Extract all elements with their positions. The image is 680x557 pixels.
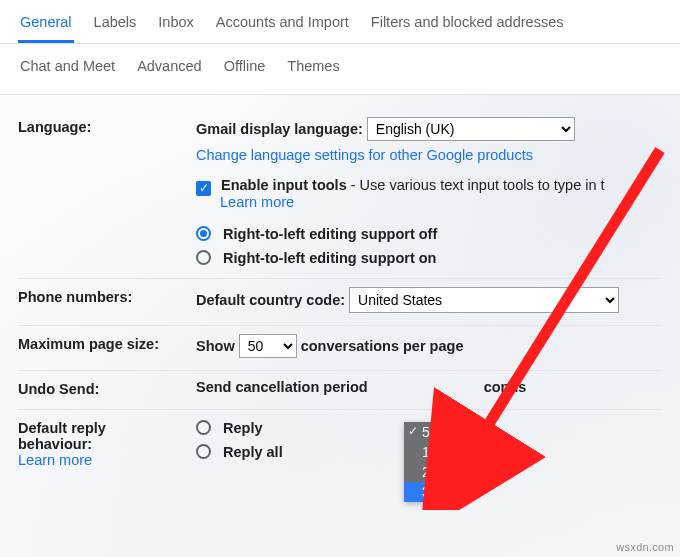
tab-offline[interactable]: Offline: [222, 52, 268, 84]
label-default-reply: Default reply behaviour: Learn more: [18, 418, 196, 468]
label-undo-send: Undo Send:: [18, 379, 196, 397]
tab-themes[interactable]: Themes: [285, 52, 341, 84]
tab-advanced[interactable]: Advanced: [135, 52, 204, 84]
input-tools-learn-more-link[interactable]: Learn more: [220, 194, 662, 210]
label-max-page-size: Maximum page size:: [18, 334, 196, 352]
cancellation-period-text-b: conds: [484, 379, 527, 395]
row-max-page-size: Maximum page size: Show 50 conversations…: [18, 326, 662, 371]
settings-tabs-row-2: Chat and Meet Advanced Offline Themes: [0, 44, 680, 95]
pagesize-suffix: conversations per page: [301, 338, 464, 354]
undo-send-option-5[interactable]: 5: [404, 422, 462, 442]
row-phone-numbers: Phone numbers: Default country code: Uni…: [18, 279, 662, 326]
rtl-off-label: Right-to-left editing support off: [223, 226, 437, 242]
reply-all-label: Reply all: [223, 444, 283, 460]
watermark-text: wsxdn.com: [616, 541, 674, 553]
tab-filters-blocked[interactable]: Filters and blocked addresses: [369, 8, 566, 43]
settings-tabs-row-1: General Labels Inbox Accounts and Import…: [0, 0, 680, 44]
rtl-on-radio[interactable]: [196, 250, 211, 265]
reply-label: Reply: [223, 420, 263, 436]
tab-general[interactable]: General: [18, 8, 74, 43]
enable-input-tools-label-rest: - Use various text input tools to type i…: [347, 177, 605, 193]
default-country-code-label: Default country code:: [196, 292, 345, 308]
reply-radio[interactable]: [196, 420, 211, 435]
display-language-select[interactable]: English (UK): [367, 117, 575, 141]
reply-learn-more-link[interactable]: Learn more: [18, 452, 196, 468]
tab-chat-meet[interactable]: Chat and Meet: [18, 52, 117, 84]
rtl-off-radio[interactable]: [196, 226, 211, 241]
change-language-link[interactable]: Change language settings for other Googl…: [196, 147, 662, 163]
undo-send-option-20[interactable]: 20: [404, 462, 462, 482]
undo-send-option-30[interactable]: 30: [404, 482, 462, 502]
undo-send-period-dropdown[interactable]: 5 10 20 30: [404, 422, 462, 502]
row-undo-send: Undo Send: Send cancellation period cond…: [18, 371, 662, 410]
label-language: Language:: [18, 117, 196, 135]
undo-send-option-10[interactable]: 10: [404, 442, 462, 462]
tab-labels[interactable]: Labels: [92, 8, 139, 43]
default-country-code-select[interactable]: United States: [349, 287, 619, 313]
label-phone-numbers: Phone numbers:: [18, 287, 196, 305]
display-language-label: Gmail display language:: [196, 121, 363, 137]
row-default-reply: Default reply behaviour: Learn more Repl…: [18, 410, 662, 480]
pagesize-select[interactable]: 50: [239, 334, 297, 358]
cancellation-period-text-a: Send cancellation period: [196, 379, 368, 395]
row-language: Language: Gmail display language: Englis…: [18, 109, 662, 279]
enable-input-tools-label-bold: Enable input tools: [221, 177, 347, 193]
rtl-on-label: Right-to-left editing support on: [223, 250, 436, 266]
settings-content: Language: Gmail display language: Englis…: [0, 95, 680, 488]
reply-all-radio[interactable]: [196, 444, 211, 459]
tab-accounts-import[interactable]: Accounts and Import: [214, 8, 351, 43]
enable-input-tools-checkbox[interactable]: ✓: [196, 181, 211, 196]
pagesize-show: Show: [196, 338, 235, 354]
tab-inbox[interactable]: Inbox: [156, 8, 195, 43]
